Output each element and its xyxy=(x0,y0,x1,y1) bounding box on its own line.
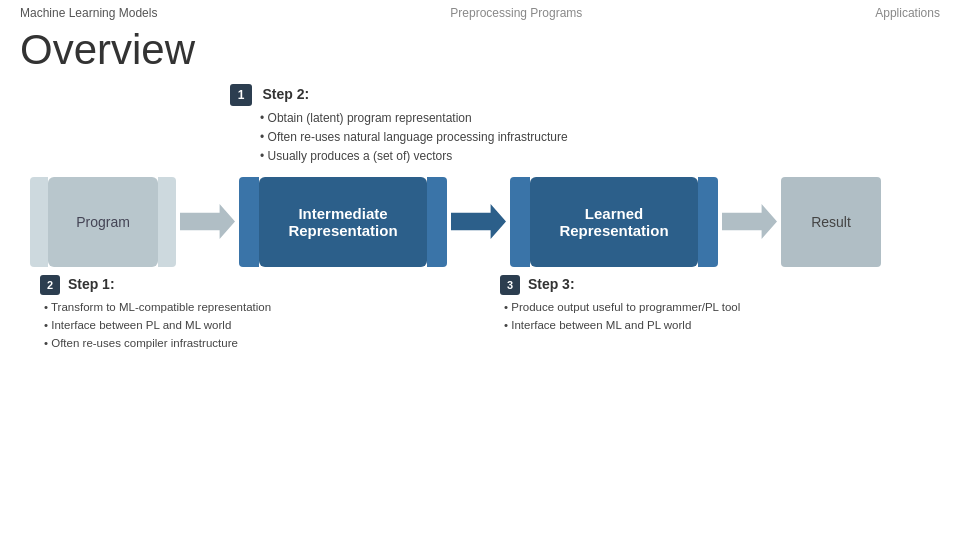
nav-center: Preprocessing Programs xyxy=(450,6,582,20)
nav-left: Machine Learning Models xyxy=(20,6,157,20)
result-box: Result xyxy=(781,177,881,267)
step2-bullets: Obtain (latent) program representation O… xyxy=(260,109,930,167)
step3-section: 3 Step 3: Produce output useful to progr… xyxy=(500,275,920,353)
program-label: Program xyxy=(48,177,158,267)
step3-header: 3 Step 3: xyxy=(500,275,920,295)
intermediate-label: IntermediateRepresentation xyxy=(259,177,427,267)
step2-box: 1 Step 2: Obtain (latent) program repres… xyxy=(230,84,930,167)
step2-bullet-1: Obtain (latent) program representation xyxy=(260,109,930,128)
flow-row: Program IntermediateRepresentation Learn… xyxy=(30,177,930,267)
step3-bullet-1: Produce output useful to programmer/PL t… xyxy=(504,298,920,316)
step2-bullet-3: Usually produces a (set of) vectors xyxy=(260,147,930,166)
step1-bullet-1: Transform to ML-compatible representatio… xyxy=(44,298,460,316)
step3-bullet-2: Interface between ML and PL world xyxy=(504,316,920,334)
step3-badge: 3 xyxy=(500,275,520,295)
step1-header: 2 Step 1: xyxy=(40,275,460,295)
step1-bullet-2: Interface between PL and ML world xyxy=(44,316,460,334)
bottom-section: 2 Step 1: Transform to ML-compatible rep… xyxy=(30,275,930,353)
arrow-2 xyxy=(451,204,506,239)
step1-bullet-3: Often re-uses compiler infrastructure xyxy=(44,334,460,352)
learned-scroll: LearnedRepresentation xyxy=(510,177,718,267)
program-curl-right xyxy=(158,177,176,267)
page-title: Overview xyxy=(0,26,960,84)
step2-bullet-2: Often re-uses natural language processin… xyxy=(260,128,930,147)
step1-badge: 2 xyxy=(40,275,60,295)
learned-label: LearnedRepresentation xyxy=(530,177,698,267)
step3-title: Step 3: xyxy=(528,275,575,291)
intermediate-scroll: IntermediateRepresentation xyxy=(239,177,447,267)
intermediate-curl-right xyxy=(427,177,447,267)
step1-bullets: Transform to ML-compatible representatio… xyxy=(44,298,460,353)
step2-title: Step 2: xyxy=(262,86,309,102)
learned-curl-right xyxy=(698,177,718,267)
intermediate-curl-left xyxy=(239,177,259,267)
program-curl-left xyxy=(30,177,48,267)
step3-bullets: Produce output useful to programmer/PL t… xyxy=(504,298,920,335)
step2-badge: 1 xyxy=(230,84,252,106)
step1-title: Step 1: xyxy=(68,275,115,291)
arrow-1 xyxy=(180,204,235,239)
top-nav: Machine Learning Models Preprocessing Pr… xyxy=(0,0,960,26)
arrow-3 xyxy=(722,204,777,239)
program-scroll: Program xyxy=(30,177,176,267)
step1-section: 2 Step 1: Transform to ML-compatible rep… xyxy=(40,275,460,353)
main-content: 1 Step 2: Obtain (latent) program repres… xyxy=(0,84,960,353)
nav-right: Applications xyxy=(875,6,940,20)
learned-curl-left xyxy=(510,177,530,267)
